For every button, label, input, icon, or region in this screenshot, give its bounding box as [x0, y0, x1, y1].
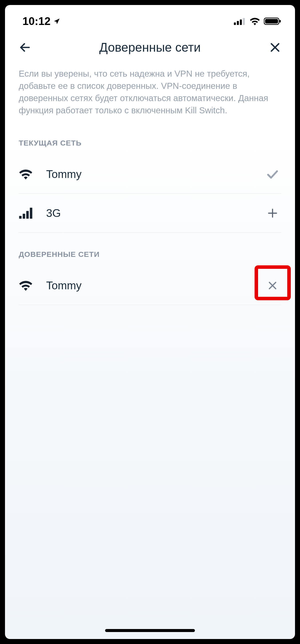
description-text: Если вы уверены, что сеть надежна и VPN …: [5, 62, 295, 129]
cellular-icon: [19, 208, 34, 219]
trusted-network-list: Tommy: [5, 266, 295, 305]
list-item[interactable]: Tommy: [19, 155, 281, 194]
back-button[interactable]: [18, 40, 32, 55]
list-item[interactable]: Tommy: [19, 266, 281, 305]
status-bar: 10:12: [5, 5, 295, 32]
list-item[interactable]: 3G: [19, 194, 281, 233]
network-name: 3G: [46, 207, 251, 220]
location-icon: [53, 15, 60, 28]
section-trusted-title: ДОВЕРЕННЫЕ СЕТИ: [5, 233, 295, 266]
svg-rect-10: [19, 216, 22, 219]
svg-rect-2: [240, 20, 242, 25]
svg-rect-13: [30, 208, 32, 219]
network-name: Tommy: [46, 168, 251, 180]
svg-rect-12: [26, 211, 29, 219]
svg-rect-3: [243, 18, 245, 25]
page-header: Доверенные сети: [5, 32, 295, 62]
svg-rect-0: [234, 22, 236, 25]
wifi-icon: [19, 169, 34, 180]
cellular-signal-icon: [234, 18, 246, 25]
battery-icon: [264, 17, 281, 25]
close-button[interactable]: [268, 40, 282, 55]
section-current-title: ТЕКУЩАЯ СЕТЬ: [5, 129, 295, 155]
current-network-list: Tommy 3G: [5, 155, 295, 233]
network-name: Tommy: [46, 279, 251, 292]
page-title: Доверенные сети: [32, 40, 268, 55]
wifi-icon: [19, 280, 34, 291]
svg-rect-6: [280, 20, 281, 22]
svg-rect-1: [237, 21, 239, 25]
wifi-status-icon: [249, 17, 260, 25]
svg-rect-5: [265, 19, 278, 24]
add-icon[interactable]: [264, 204, 281, 222]
svg-rect-11: [23, 214, 25, 219]
check-icon[interactable]: [264, 166, 281, 183]
home-indicator[interactable]: [105, 629, 195, 632]
status-time: 10:12: [22, 15, 51, 28]
remove-icon[interactable]: [264, 277, 281, 294]
